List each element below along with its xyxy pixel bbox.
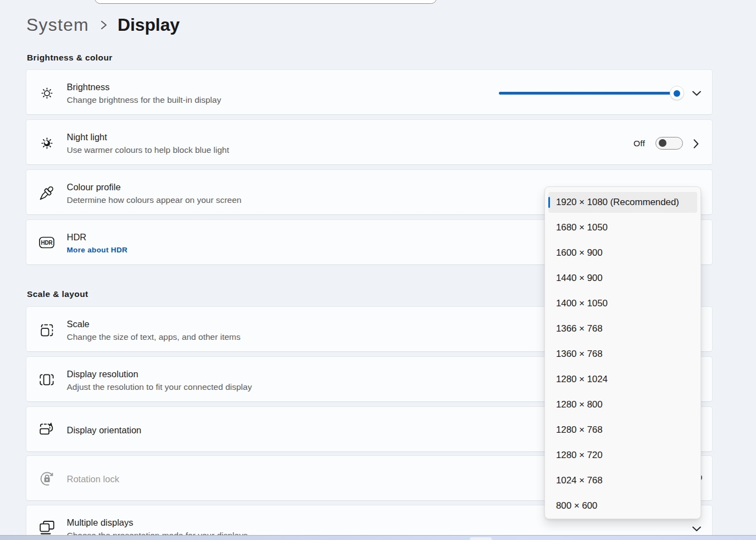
svg-text:HDR: HDR — [41, 240, 53, 246]
